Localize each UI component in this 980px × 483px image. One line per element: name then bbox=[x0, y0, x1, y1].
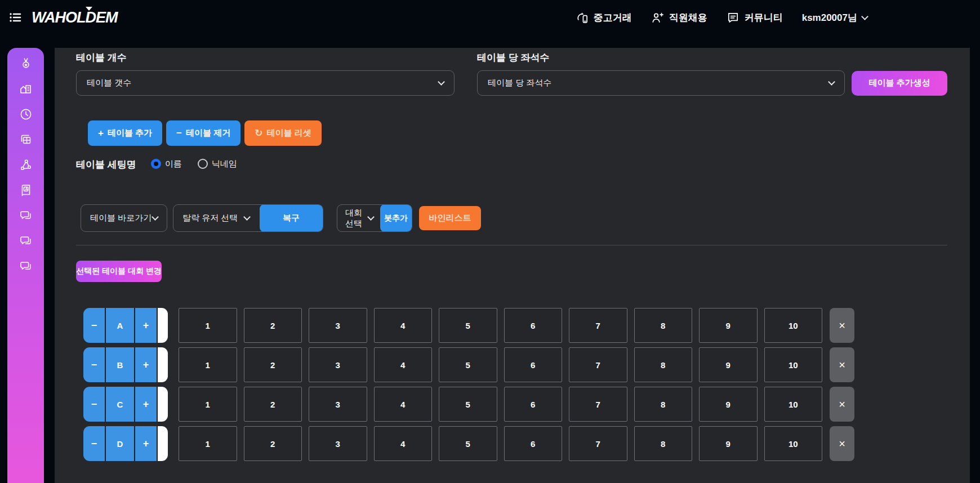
table-count-select[interactable]: 테이블 갯수 bbox=[76, 70, 455, 96]
seat-button[interactable]: 2 bbox=[244, 308, 302, 343]
add-seat-button[interactable]: + bbox=[135, 426, 157, 461]
seat-button[interactable]: 8 bbox=[634, 387, 693, 422]
close-table-button[interactable]: × bbox=[830, 308, 854, 343]
seat-button[interactable]: 2 bbox=[244, 426, 302, 461]
sidebar-item-chat-1[interactable] bbox=[19, 209, 33, 222]
table-actions-row: + 테이블 추가 − 테이블 제거 ↻ 테이블 리셋 bbox=[88, 120, 947, 146]
tournament-select[interactable]: 대회 선택 bbox=[337, 208, 380, 229]
seat-button[interactable]: 10 bbox=[764, 347, 823, 382]
remove-table-button[interactable]: − 테이블 제거 bbox=[166, 120, 240, 146]
remove-seat-button[interactable]: − bbox=[83, 347, 105, 382]
table-letter-button[interactable]: A bbox=[106, 308, 134, 343]
seat-button[interactable]: 1 bbox=[179, 387, 237, 422]
seat-button[interactable]: 9 bbox=[699, 347, 758, 382]
seat-button[interactable]: 8 bbox=[634, 347, 693, 382]
seat-button[interactable]: 10 bbox=[764, 387, 823, 422]
close-table-button[interactable]: × bbox=[830, 347, 854, 382]
seat-button[interactable]: 7 bbox=[569, 347, 627, 382]
seat-button[interactable]: 3 bbox=[309, 347, 367, 382]
seat-button[interactable]: 8 bbox=[634, 426, 693, 461]
eliminated-user-group: 탈락 유저 선택 복구 bbox=[173, 204, 323, 232]
table-letter-button[interactable]: C bbox=[106, 387, 134, 422]
seat-button[interactable]: 3 bbox=[309, 308, 367, 343]
restore-button[interactable]: 복구 bbox=[260, 204, 323, 232]
seat-button[interactable]: 5 bbox=[439, 426, 497, 461]
nav-item-community[interactable]: 커뮤니티 bbox=[727, 11, 783, 24]
seats-per-table-label: 테이블 당 좌석수 bbox=[477, 51, 947, 62]
seat-button[interactable]: 4 bbox=[374, 426, 433, 461]
remove-seat-button[interactable]: − bbox=[83, 426, 105, 461]
seat-button[interactable]: 7 bbox=[569, 308, 627, 343]
seat-button[interactable]: 4 bbox=[374, 308, 433, 343]
sidebar-item-chat-2[interactable] bbox=[19, 234, 33, 248]
seat-button[interactable]: 9 bbox=[699, 308, 758, 343]
seat-button[interactable]: 5 bbox=[439, 347, 497, 382]
nickname-radio[interactable] bbox=[198, 159, 208, 169]
seat-button[interactable]: 10 bbox=[764, 426, 823, 461]
seat-button[interactable]: 6 bbox=[504, 308, 563, 343]
seat-button[interactable]: 8 bbox=[634, 308, 693, 343]
change-selected-table-tournament-button[interactable]: 선택된 테이블 대회 변경 bbox=[76, 261, 162, 282]
name-radio[interactable] bbox=[151, 159, 161, 169]
seat-button[interactable]: 1 bbox=[179, 347, 237, 382]
seat-button[interactable]: 5 bbox=[439, 308, 497, 343]
radio-option-nickname[interactable]: 닉네임 bbox=[198, 159, 237, 169]
user-menu[interactable]: ksm20007님 bbox=[802, 11, 867, 24]
chevron-down-icon bbox=[367, 213, 375, 221]
plus-icon: + bbox=[98, 128, 104, 139]
sidebar-item-table-layout[interactable] bbox=[19, 133, 33, 146]
remove-seat-button[interactable]: − bbox=[83, 387, 105, 422]
nav-item-trade[interactable]: 중고거래 bbox=[576, 11, 632, 24]
sidebar-item-chat-3[interactable] bbox=[19, 260, 33, 273]
add-seat-button[interactable]: + bbox=[135, 308, 157, 343]
seat-button[interactable]: 7 bbox=[569, 387, 627, 422]
close-table-button[interactable]: × bbox=[830, 426, 854, 461]
table-row: −D+12345678910× bbox=[76, 426, 854, 461]
seats-per-table-select[interactable]: 테이블 당 좌석수 bbox=[477, 70, 845, 96]
sidebar-item-medal[interactable] bbox=[19, 57, 33, 70]
reset-tables-button[interactable]: ↻ 테이블 리셋 bbox=[244, 120, 321, 146]
seat-button[interactable]: 6 bbox=[504, 347, 563, 382]
close-table-button[interactable]: × bbox=[830, 387, 854, 422]
seat-button[interactable]: 4 bbox=[374, 347, 433, 382]
logo[interactable]: WAHOLDEM bbox=[32, 9, 117, 26]
create-tables-button[interactable]: 테이블 추가생성 bbox=[852, 71, 947, 96]
seat-button[interactable]: 1 bbox=[179, 426, 237, 461]
sidebar-item-dictionary[interactable]: A bbox=[19, 184, 33, 197]
remove-seat-button[interactable]: − bbox=[83, 308, 105, 343]
seat-button[interactable]: 2 bbox=[244, 347, 302, 382]
radio-label: 이름 bbox=[165, 159, 182, 169]
seat-button[interactable]: 5 bbox=[439, 387, 497, 422]
add-seat-button[interactable]: + bbox=[135, 387, 157, 422]
seat-button[interactable]: 9 bbox=[699, 387, 758, 422]
add-bot-button[interactable]: 봇추가 bbox=[380, 204, 412, 232]
sidebar-item-building[interactable] bbox=[19, 82, 33, 96]
table-letter-button[interactable]: D bbox=[106, 426, 134, 461]
table-letter-group: −A+ bbox=[83, 308, 168, 343]
table-shortcut-select[interactable]: 테이블 바로가기 bbox=[81, 204, 167, 232]
add-seat-button[interactable]: + bbox=[135, 347, 157, 382]
radio-option-name[interactable]: 이름 bbox=[151, 159, 182, 169]
table-row: −B+12345678910× bbox=[76, 347, 854, 382]
seat-button[interactable]: 9 bbox=[699, 426, 758, 461]
seat-button[interactable]: 3 bbox=[309, 387, 367, 422]
menu-icon[interactable] bbox=[8, 10, 23, 25]
seat-button[interactable]: 6 bbox=[504, 426, 563, 461]
seat-button[interactable]: 7 bbox=[569, 426, 627, 461]
table-letter-button[interactable]: B bbox=[106, 347, 134, 382]
add-table-button[interactable]: + 테이블 추가 bbox=[88, 120, 162, 146]
seat-button[interactable]: 6 bbox=[504, 387, 563, 422]
seat-button[interactable]: 1 bbox=[179, 308, 237, 343]
top-navigation: 중고거래 직원채용 커뮤니티 bbox=[576, 0, 867, 35]
sidebar-item-network[interactable] bbox=[19, 158, 33, 172]
eliminated-user-select[interactable]: 탈락 유저 선택 bbox=[173, 213, 260, 223]
nav-item-recruit[interactable]: 직원채용 bbox=[651, 11, 707, 24]
seat-list: 12345678910 bbox=[179, 308, 822, 343]
sidebar-item-clock[interactable] bbox=[19, 108, 33, 121]
seat-button[interactable]: 10 bbox=[764, 308, 823, 343]
seat-button[interactable]: 4 bbox=[374, 387, 433, 422]
seat-button[interactable]: 2 bbox=[244, 387, 302, 422]
buyin-list-button[interactable]: 바인리스트 bbox=[419, 206, 481, 230]
table-letter-group: −B+ bbox=[83, 347, 168, 382]
seat-button[interactable]: 3 bbox=[309, 426, 367, 461]
